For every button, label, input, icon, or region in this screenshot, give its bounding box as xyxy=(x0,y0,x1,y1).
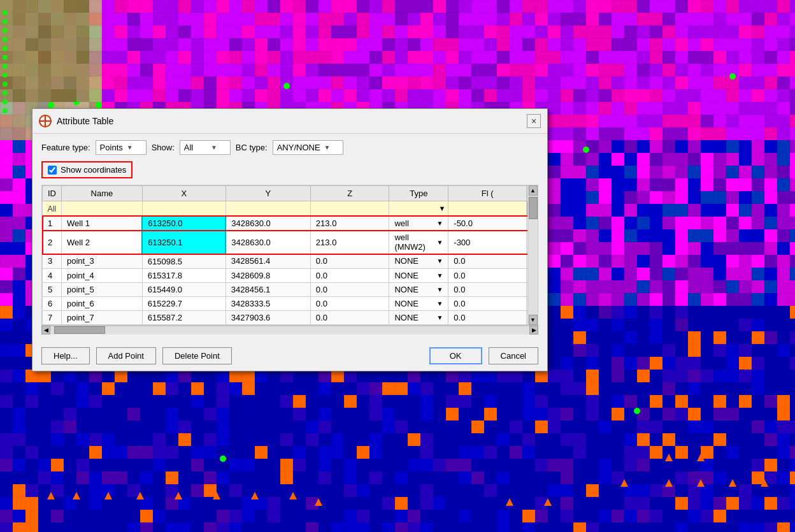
cell-x: 615587.2 xyxy=(142,310,226,324)
cell-z: 0.0 xyxy=(310,296,389,310)
cell-name: point_4 xyxy=(62,268,143,282)
toolbar-row: Feature type: Points ▼ Show: All ▼ BC ty… xyxy=(41,140,538,155)
filter-scroll-cell: ▼ xyxy=(527,201,538,216)
dialog-body: Feature type: Points ▼ Show: All ▼ BC ty… xyxy=(32,134,547,341)
cell-z: 0.0 xyxy=(310,268,389,282)
cell-y: 3428456.1 xyxy=(226,282,310,296)
cell-id: 6 xyxy=(43,296,62,310)
scroll-cell-last: ▼ xyxy=(527,310,538,324)
horizontal-scrollbar[interactable]: ◀ ▶ xyxy=(41,326,538,334)
cell-type: well ▼ xyxy=(389,216,448,231)
bc-type-value: ANY/NONE xyxy=(277,143,320,152)
cell-id: 3 xyxy=(43,254,62,269)
show-arrow: ▼ xyxy=(211,144,217,151)
col-header-name: Name xyxy=(62,186,143,201)
ok-button[interactable]: OK xyxy=(429,347,482,364)
cell-name: point_3 xyxy=(62,254,143,269)
cell-type: NONE ▼ xyxy=(389,254,448,269)
show-value: All xyxy=(184,143,193,152)
cell-fl: 0.0 xyxy=(448,282,527,296)
filter-type: ▼ xyxy=(389,201,448,216)
cell-y: 3428561.4 xyxy=(226,254,310,269)
cell-type: NONE ▼ xyxy=(389,310,448,324)
cell-y: 3428630.0 xyxy=(226,231,310,254)
show-dropdown[interactable]: All ▼ xyxy=(180,140,231,155)
cell-x: 615229.7 xyxy=(142,296,226,310)
cell-z: 0.0 xyxy=(310,310,389,324)
scroll-cell xyxy=(527,216,538,231)
filter-fl[interactable] xyxy=(448,201,527,216)
cancel-button[interactable]: Cancel xyxy=(489,347,538,364)
cell-id: 5 xyxy=(43,282,62,296)
table-row: 1 Well 1 613250.0 3428630.0 213.0 well ▼ xyxy=(43,216,538,231)
col-header-fl: Fl ( xyxy=(448,186,527,201)
cell-type: NONE ▼ xyxy=(389,268,448,282)
cell-y: 3428609.8 xyxy=(226,268,310,282)
add-point-button[interactable]: Add Point xyxy=(96,347,156,364)
help-button[interactable]: Help... xyxy=(41,347,90,364)
table-row: 4 point_4 615317.8 3428609.8 0.0 NONE ▼ xyxy=(43,268,538,282)
delete-point-button[interactable]: Delete Point xyxy=(162,347,232,364)
bc-type-arrow: ▼ xyxy=(324,144,331,151)
cell-id: 4 xyxy=(43,268,62,282)
attribute-table-container: ID Name X Y Z Type Fl ( xyxy=(41,185,538,326)
cell-name: point_5 xyxy=(62,282,143,296)
cell-id: 7 xyxy=(43,310,62,324)
show-coordinates-label[interactable]: Show coordinates xyxy=(61,165,126,175)
feature-type-arrow: ▼ xyxy=(127,144,133,151)
cell-x: 615449.0 xyxy=(142,282,226,296)
show-coordinates-row: Show coordinates xyxy=(41,161,132,178)
cell-z: 213.0 xyxy=(310,231,389,254)
cell-name: point_6 xyxy=(62,296,143,310)
show-label: Show: xyxy=(152,143,175,152)
cell-x: 615317.8 xyxy=(142,268,226,282)
close-button[interactable]: × xyxy=(527,114,541,128)
bc-type-label: BC type: xyxy=(236,143,268,152)
dialog-titlebar: Attribute Table × xyxy=(32,109,547,134)
table-row: 3 point_3 615098.5 3428561.4 0.0 NONE ▼ xyxy=(43,254,538,269)
cell-z: 213.0 xyxy=(310,216,389,231)
scroll-cell xyxy=(527,254,538,269)
filter-z[interactable] xyxy=(310,201,389,216)
scroll-cell xyxy=(527,231,538,254)
col-header-y: Y xyxy=(226,186,310,201)
table-wrapper: ID Name X Y Z Type Fl ( xyxy=(41,185,538,334)
attribute-table-dialog: Attribute Table × Feature type: Points ▼… xyxy=(32,108,548,371)
bc-type-dropdown[interactable]: ANY/NONE ▼ xyxy=(273,140,344,155)
cell-y: 3428333.5 xyxy=(226,296,310,310)
table-icon xyxy=(39,115,52,127)
cell-fl: 0.0 xyxy=(448,268,527,282)
table-header-row: ID Name X Y Z Type Fl ( xyxy=(43,186,538,201)
cell-name: Well 1 xyxy=(62,216,143,231)
table-row: 2 Well 2 613250.1 3428630.0 213.0 well (… xyxy=(43,231,538,254)
feature-type-value: Points xyxy=(100,143,123,152)
filter-name[interactable] xyxy=(62,201,143,216)
col-header-x: X xyxy=(142,186,226,201)
scroll-cell xyxy=(527,282,538,296)
cell-type: NONE ▼ xyxy=(389,296,448,310)
col-header-type: Type xyxy=(389,186,448,201)
cell-fl: 0.0 xyxy=(448,254,527,269)
cell-fl: 0.0 xyxy=(448,310,527,324)
table-row: 5 point_5 615449.0 3428456.1 0.0 NONE ▼ xyxy=(43,282,538,296)
cell-id: 1 xyxy=(43,216,62,231)
feature-type-dropdown[interactable]: Points ▼ xyxy=(96,140,147,155)
cell-type: well (MNW2) ▼ xyxy=(389,231,448,254)
cell-z: 0.0 xyxy=(310,254,389,269)
scroll-cell xyxy=(527,296,538,310)
dialog-title-text: Attribute Table xyxy=(57,116,113,126)
filter-x[interactable] xyxy=(142,201,226,216)
feature-type-label: Feature type: xyxy=(41,143,90,152)
cell-fl: -50.0 xyxy=(448,216,527,231)
filter-all: All xyxy=(43,201,62,216)
show-coordinates-checkbox[interactable] xyxy=(48,166,57,175)
dialog-footer: Help... Add Point Delete Point OK Cancel xyxy=(32,341,547,371)
col-header-z: Z xyxy=(310,186,389,201)
col-header-scroll xyxy=(527,186,538,201)
cell-x: 615098.5 xyxy=(142,254,226,269)
attribute-table: ID Name X Y Z Type Fl ( xyxy=(42,185,538,325)
cell-fl: 0.0 xyxy=(448,296,527,310)
filter-y[interactable] xyxy=(226,201,310,216)
cell-name: Well 2 xyxy=(62,231,143,254)
table-row: 6 point_6 615229.7 3428333.5 0.0 NONE ▼ xyxy=(43,296,538,310)
